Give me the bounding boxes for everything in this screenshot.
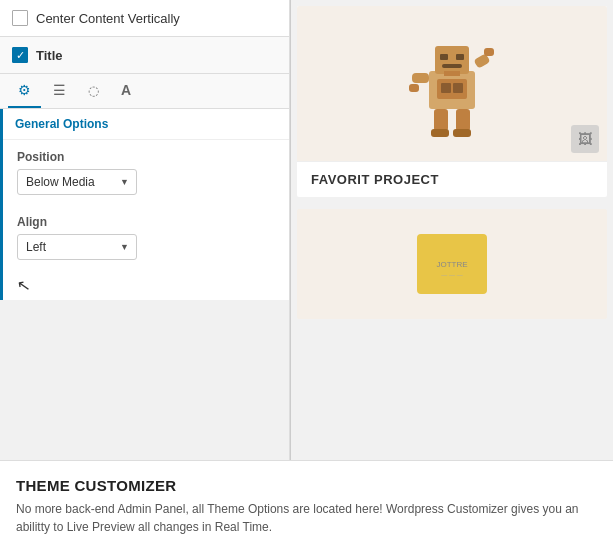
title-checkbox[interactable]: ✓ <box>12 47 28 63</box>
svg-rect-2 <box>444 71 460 76</box>
svg-rect-3 <box>412 73 429 83</box>
tab-font[interactable]: A <box>111 74 141 108</box>
project-card-2: JOTTRE — — — <box>297 209 607 319</box>
cursor-icon: ↖ <box>15 275 31 296</box>
card2-image: JOTTRE — — — <box>297 209 607 319</box>
bottom-title: THEME CUSTOMIZER <box>16 477 597 494</box>
cursor-area: ↖ <box>3 270 289 300</box>
robot-illustration <box>407 26 497 141</box>
project-card-1: 🖼 FAVORIT PROJECT <box>297 6 607 197</box>
svg-text:— — —: — — — <box>441 272 462 278</box>
left-panel: Center Content Vertically ✓ Title ⚙ ☰ ◌ … <box>0 0 290 460</box>
svg-rect-7 <box>440 54 448 60</box>
align-label: Align <box>17 215 275 229</box>
right-panel: 🖼 FAVORIT PROJECT JOTTRE — — — <box>291 0 613 460</box>
align-select-wrapper: Left Center Right <box>17 234 137 260</box>
svg-rect-16 <box>484 48 494 56</box>
svg-rect-11 <box>441 83 451 93</box>
position-select-wrapper: Below Media Above Media Overlay <box>17 169 137 195</box>
svg-rect-5 <box>434 109 448 131</box>
title-row: ✓ Title <box>0 37 289 74</box>
card1-image: 🖼 <box>297 6 607 161</box>
align-select[interactable]: Left Center Right <box>17 234 137 260</box>
position-label: Position <box>17 150 275 164</box>
bottom-section: THEME CUSTOMIZER No more back-end Admin … <box>0 460 613 550</box>
svg-rect-13 <box>431 129 449 137</box>
svg-rect-1 <box>435 46 469 74</box>
image-icon: 🖼 <box>571 125 599 153</box>
svg-rect-9 <box>442 64 462 68</box>
svg-rect-15 <box>409 84 419 92</box>
svg-rect-6 <box>456 109 470 131</box>
position-group: Position Below Media Above Media Overlay <box>3 140 289 205</box>
options-panel: General Options Position Below Media Abo… <box>0 109 289 300</box>
title-label: Title <box>36 48 63 63</box>
tab-align[interactable]: ☰ <box>43 74 76 108</box>
svg-text:JOTTRE: JOTTRE <box>436 260 467 269</box>
align-group: Align Left Center Right <box>3 205 289 270</box>
tab-settings[interactable]: ⚙ <box>8 74 41 108</box>
card1-title: FAVORIT PROJECT <box>311 172 439 187</box>
center-content-label: Center Content Vertically <box>36 11 180 26</box>
bottom-description: No more back-end Admin Panel, all Theme … <box>16 500 597 536</box>
general-options-label: General Options <box>3 109 289 140</box>
card2-illustration: JOTTRE — — — <box>412 229 492 299</box>
tab-border[interactable]: ◌ <box>78 74 109 108</box>
tabs-bar: ⚙ ☰ ◌ A <box>0 74 289 109</box>
center-content-row: Center Content Vertically <box>0 0 289 37</box>
position-select[interactable]: Below Media Above Media Overlay <box>17 169 137 195</box>
title-section: ✓ Title ⚙ ☰ ◌ A General Options Position <box>0 37 289 300</box>
center-content-checkbox[interactable] <box>12 10 28 26</box>
svg-rect-8 <box>456 54 464 60</box>
svg-rect-12 <box>453 83 463 93</box>
svg-rect-14 <box>453 129 471 137</box>
card1-title-area: FAVORIT PROJECT <box>297 161 607 197</box>
